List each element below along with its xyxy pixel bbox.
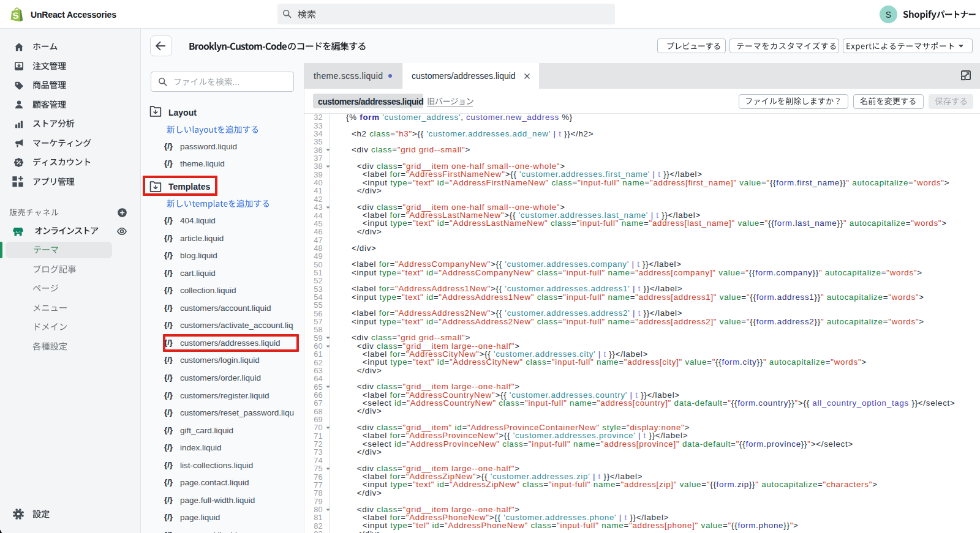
svg-text:S: S [12, 10, 20, 21]
